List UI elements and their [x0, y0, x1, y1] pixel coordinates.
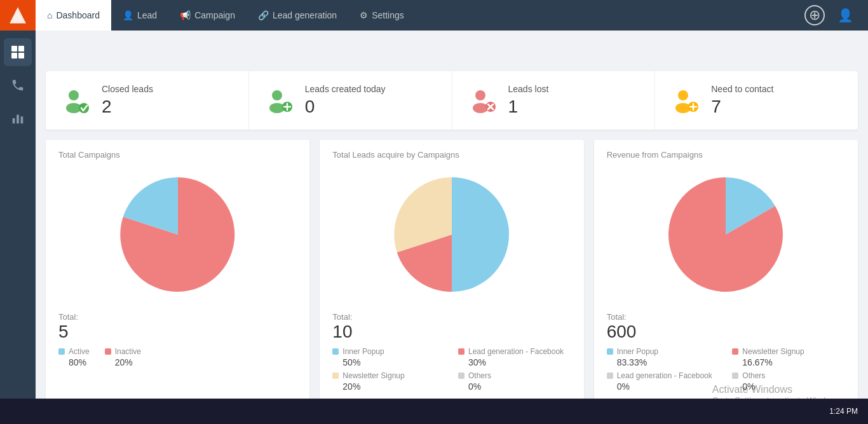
- topnav-right: ⊕ 👤: [804, 5, 868, 25]
- nav-dashboard-label: Dashboard: [56, 10, 100, 20]
- lead-icon: 👤: [123, 10, 133, 20]
- need-contact-value: 7: [711, 97, 773, 117]
- legend-newsletter: Newsletter Signup 20%: [332, 371, 445, 392]
- pie-revenue: [662, 171, 789, 298]
- closed-leads-icon: [61, 85, 92, 116]
- need-contact-icon: [670, 85, 701, 116]
- chart-leads-campaign: Total Leads acquire by Campaigns: [320, 140, 583, 407]
- legend-inner-popup: Inner Popup 50%: [332, 347, 445, 367]
- nav-campaign[interactable]: 📢 Campaign: [168, 0, 247, 31]
- legend-rev-lead-gen-fb: Lead generation - Facebook 0%: [607, 371, 720, 392]
- legend-rev-newsletter-value: 16.67%: [732, 357, 845, 367]
- nav-lead[interactable]: 👤 Lead: [111, 0, 168, 31]
- add-button[interactable]: ⊕: [804, 5, 825, 25]
- chart-leads-campaign-area: [332, 165, 571, 304]
- legend-rev-newsletter: Newsletter Signup 16.67%: [732, 347, 845, 367]
- closed-leads-label: Closed leads: [102, 84, 153, 94]
- closed-leads-value: 2: [102, 97, 153, 117]
- chart-total-campaigns: Total Campaigns Total: 5: [46, 140, 309, 407]
- nav-settings[interactable]: ⚙ Settings: [348, 0, 416, 31]
- leads-today-value: 0: [305, 97, 386, 117]
- legend-dot-rev-lead-gen-fb: [607, 373, 613, 379]
- nav-campaign-label: Campaign: [194, 10, 235, 20]
- pie-leads-campaign: [388, 171, 515, 298]
- stat-need-contact: Need to contact 7: [655, 71, 858, 130]
- legend-rev-inner-popup: Inner Popup 83.33%: [607, 347, 720, 367]
- legend-rev-lead-gen-fb-value: 0%: [607, 381, 720, 392]
- nav-items: ⌂ Dashboard 👤 Lead 📢 Campaign 🔗 Lead gen…: [36, 0, 804, 31]
- leads-today-icon: [264, 85, 295, 116]
- stat-leads-lost: Leads lost 1: [452, 71, 656, 130]
- nav-lead-generation[interactable]: 🔗 Lead generation: [247, 0, 348, 31]
- nav-lead-generation-label: Lead generation: [273, 10, 337, 20]
- chart-revenue-total-label: Total:: [607, 312, 845, 322]
- legend-lead-gen-fb-value: 30%: [458, 357, 571, 367]
- legend-dot-rev-others: [732, 373, 738, 379]
- chart-total-campaigns-total-value: 5: [58, 322, 297, 342]
- legend-lead-gen-fb-label: Lead generation - Facebook: [468, 347, 564, 356]
- leads-lost-info: Leads lost 1: [508, 84, 549, 117]
- need-contact-info: Need to contact 7: [711, 84, 773, 117]
- chart-leads-campaign-total-value: 10: [332, 322, 571, 342]
- need-contact-label: Need to contact: [711, 84, 773, 94]
- svg-point-8: [69, 90, 79, 100]
- legend-newsletter-label: Newsletter Signup: [342, 371, 404, 380]
- settings-icon: ⚙: [360, 10, 368, 20]
- nav-dashboard[interactable]: ⌂ Dashboard: [36, 0, 111, 31]
- legend-dot-active: [58, 348, 65, 355]
- legend-rev-others-value: 0%: [732, 381, 845, 392]
- legend-dot-rev-newsletter: [732, 348, 738, 355]
- legend-dot-lead-gen-fb: [458, 348, 465, 355]
- topnav: ⌂ Dashboard 👤 Lead 📢 Campaign 🔗 Lead gen…: [0, 0, 868, 31]
- legend-inner-popup-value: 50%: [332, 357, 445, 367]
- legend-others-value: 0%: [458, 381, 571, 392]
- taskbar: 1:24 PM: [0, 399, 868, 424]
- nav-settings-label: Settings: [372, 10, 404, 20]
- chart-leads-campaign-total-label: Total:: [332, 312, 571, 322]
- chart-revenue: Revenue from Campaigns Total: 600: [594, 140, 858, 407]
- home-icon: ⌂: [47, 10, 52, 20]
- leads-lost-icon: [468, 85, 498, 116]
- svg-rect-4: [18, 53, 24, 58]
- leads-lost-value: 1: [508, 97, 549, 117]
- svg-point-18: [475, 90, 485, 100]
- lead-gen-icon: 🔗: [258, 10, 269, 20]
- legend-inactive-label: Inactive: [115, 347, 141, 356]
- svg-rect-1: [11, 46, 17, 51]
- chart-revenue-area: [607, 165, 845, 304]
- user-profile-button[interactable]: 👤: [835, 5, 855, 25]
- leads-today-info: Leads created today 0: [305, 84, 386, 117]
- sidebar-item-dashboard[interactable]: [4, 38, 32, 66]
- chart-revenue-legend: Inner Popup 83.33% Newsletter Signup 16.…: [607, 347, 845, 392]
- svg-point-23: [678, 90, 688, 100]
- legend-others: Others 0%: [458, 371, 571, 392]
- legend-rev-lead-gen-fb-label: Lead generation - Facebook: [617, 371, 712, 380]
- chart-leads-campaign-legend: Inner Popup 50% Lead generation - Facebo…: [332, 347, 571, 392]
- chart-total-campaigns-area: [58, 165, 297, 304]
- legend-active-value: 80%: [58, 357, 90, 367]
- svg-marker-0: [10, 7, 26, 24]
- svg-point-13: [272, 90, 282, 100]
- campaign-icon: 📢: [180, 10, 191, 20]
- charts-row: Total Campaigns Total: 5: [46, 140, 858, 407]
- chart-leads-campaign-footer: Total: 10 Inner Popup 50% Lead generatio…: [332, 312, 571, 392]
- svg-rect-3: [11, 53, 17, 58]
- legend-lead-gen-fb: Lead generation - Facebook 30%: [458, 347, 571, 367]
- chart-revenue-total-value: 600: [607, 322, 845, 342]
- legend-inner-popup-label: Inner Popup: [342, 347, 384, 356]
- sidebar-item-phone[interactable]: [4, 71, 32, 99]
- nav-lead-label: Lead: [137, 10, 157, 20]
- taskbar-time: 1:24 PM: [829, 407, 858, 416]
- legend-dot-others: [458, 373, 465, 379]
- chart-total-campaigns-total-label: Total:: [58, 312, 297, 322]
- legend-dot-inactive: [105, 348, 111, 355]
- svg-rect-5: [13, 118, 15, 123]
- legend-active: Active 80%: [58, 347, 90, 367]
- logo[interactable]: [0, 0, 36, 31]
- svg-rect-6: [17, 115, 19, 124]
- sidebar-item-charts[interactable]: [4, 104, 32, 132]
- chart-revenue-footer: Total: 600 Inner Popup 83.33% Newsletter: [607, 312, 845, 392]
- chart-revenue-title: Revenue from Campaigns: [607, 150, 845, 160]
- svg-rect-7: [21, 116, 24, 123]
- stat-leads-today: Leads created today 0: [249, 71, 452, 130]
